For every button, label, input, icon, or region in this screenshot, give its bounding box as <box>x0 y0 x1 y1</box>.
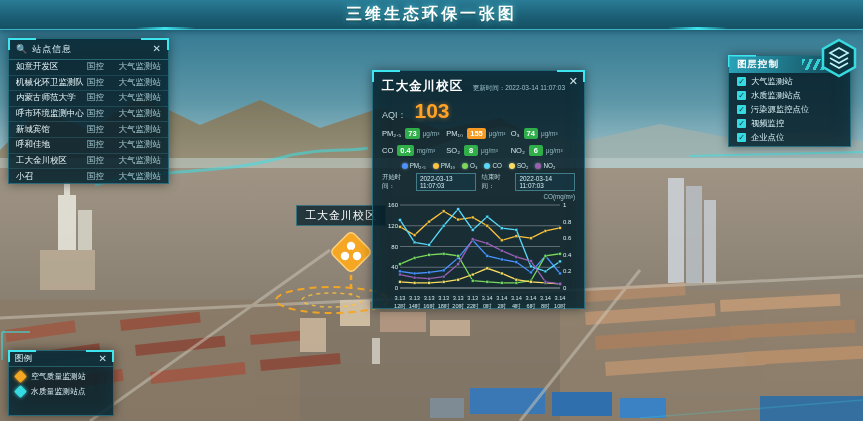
layer-item-pollution[interactable]: ✓污染源监控点位 <box>729 101 850 115</box>
layers-toggle-button[interactable] <box>820 38 858 78</box>
svg-text:1: 1 <box>563 202 567 208</box>
legend-item-co[interactable]: CO <box>484 162 501 169</box>
checkbox-checked-icon[interactable]: ✓ <box>737 105 746 114</box>
close-icon[interactable]: ✕ <box>569 75 578 88</box>
pm25-legend-dot-icon <box>402 163 408 169</box>
aqi-value: 103 <box>415 99 450 123</box>
svg-text:0时: 0时 <box>483 303 492 309</box>
pollutant-unit: mg/m³ <box>417 147 435 154</box>
pollutant-pm25: PM₂.₅ 73 μg/m³ <box>382 128 446 139</box>
start-time-label: 开始时间： <box>382 173 410 191</box>
station-type: 国控 <box>87 108 111 120</box>
station-row[interactable]: 机械化环卫监测队 国控 大气监测站 <box>9 76 168 92</box>
svg-text:3.14: 3.14 <box>525 295 536 301</box>
legend-item-air-station: 空气质量监测站 <box>9 367 113 382</box>
checkbox-checked-icon[interactable]: ✓ <box>737 77 746 86</box>
station-name: 机械化环卫监测队 <box>16 77 87 89</box>
svg-text:0: 0 <box>395 285 399 291</box>
station-type: 国控 <box>87 92 111 104</box>
svg-text:18时: 18时 <box>438 303 450 309</box>
legend-item-pm25[interactable]: PM₂.₅ <box>402 162 426 169</box>
svg-text:3.13: 3.13 <box>467 295 478 301</box>
svg-text:0.4: 0.4 <box>563 252 572 258</box>
pollutant-value-badge: 6 <box>529 145 543 156</box>
legend-item-water-station: 水质量监测站点 <box>9 382 113 397</box>
so2-legend-dot-icon <box>509 163 515 169</box>
header-decor-right <box>667 27 729 30</box>
svg-text:3.13: 3.13 <box>424 295 435 301</box>
svg-text:2时: 2时 <box>497 303 506 309</box>
station-type: 国控 <box>87 61 111 73</box>
aqi-label: AQI： <box>382 109 407 122</box>
station-row[interactable]: 小召 国控 大气监测站 <box>9 169 168 185</box>
station-name: 呼市环境监测中心 <box>16 108 87 120</box>
svg-text:6时: 6时 <box>527 303 536 309</box>
station-type: 国控 <box>87 77 111 89</box>
station-name: 呼和佳地 <box>16 139 87 151</box>
legend-item-label: 水质量监测站点 <box>31 386 86 397</box>
legend-label: PM₂.₅ <box>410 162 426 169</box>
station-row[interactable]: 新城宾馆 国控 大气监测站 <box>9 122 168 138</box>
layer-label: 污染源监控点位 <box>751 104 809 115</box>
station-type: 国控 <box>87 155 111 167</box>
layer-item-water[interactable]: ✓水质监测站点 <box>729 87 850 101</box>
station-row[interactable]: 呼市环境监测中心 国控 大气监测站 <box>9 107 168 123</box>
layer-item-video[interactable]: ✓视频监控 <box>729 115 850 129</box>
update-time-value: 2022-03-14 11:07:03 <box>505 84 565 91</box>
svg-text:8时: 8时 <box>541 303 550 309</box>
start-time-input[interactable]: 2022-03-13 11:07:03 <box>416 173 476 191</box>
chart-legend: PM₂.₅ PM₁₀ O₃ CO SO₂ NO₂ <box>382 162 575 169</box>
svg-text:16时: 16时 <box>423 303 435 309</box>
svg-text:0.6: 0.6 <box>563 235 572 241</box>
popup-header: 工大金川校区 更新时间：2022-03-14 11:07:03 <box>382 78 575 95</box>
search-icon[interactable]: 🔍 <box>16 44 27 54</box>
pollutant-name: NO₂ <box>511 146 525 155</box>
close-icon[interactable]: ✕ <box>153 44 161 54</box>
station-type: 国控 <box>87 124 111 136</box>
o3-legend-dot-icon <box>462 163 468 169</box>
pollutant-value-badge: 73 <box>405 128 419 139</box>
station-category: 大气监测站 <box>111 155 161 167</box>
station-row[interactable]: 工大金川校区 国控 大气监测站 <box>9 154 168 170</box>
pollutant-pm10: PM₁₀ 155 μg/m³ <box>446 128 510 139</box>
pollutant-no2: NO₂ 6 μg/m³ <box>511 145 575 156</box>
svg-text:12时: 12时 <box>394 303 406 309</box>
time-range-row: 开始时间： 2022-03-13 11:07:03 结束时间： 2022-03-… <box>382 173 575 191</box>
popup-update-time: 更新时间：2022-03-14 11:07:03 <box>463 84 565 93</box>
svg-text:3.13: 3.13 <box>409 295 420 301</box>
station-row[interactable]: 内蒙古师范大学 国控 大气监测站 <box>9 91 168 107</box>
layer-label: 企业点位 <box>751 132 784 143</box>
checkbox-checked-icon[interactable]: ✓ <box>737 133 746 142</box>
app-header: 三维生态环保一张图 <box>0 0 863 30</box>
checkbox-checked-icon[interactable]: ✓ <box>737 119 746 128</box>
checkbox-checked-icon[interactable]: ✓ <box>737 91 746 100</box>
svg-text:160: 160 <box>388 202 399 208</box>
legend-item-o3[interactable]: O₃ <box>462 162 477 169</box>
legend-item-label: 空气质量监测站 <box>31 371 86 382</box>
svg-text:3.13: 3.13 <box>438 295 449 301</box>
layer-panel-title: 图层控制 <box>737 58 779 71</box>
popup-title: 工大金川校区 <box>382 78 463 95</box>
svg-text:3.14: 3.14 <box>482 295 493 301</box>
pollutant-name: O₃ <box>511 129 520 138</box>
pollutant-so2: SO₂ 8 μg/m³ <box>446 145 510 156</box>
station-category: 大气监测站 <box>111 108 161 120</box>
legend-item-so2[interactable]: SO₂ <box>509 162 529 169</box>
svg-text:3.13: 3.13 <box>453 295 464 301</box>
water-station-legend-icon <box>14 385 27 398</box>
pm10-legend-dot-icon <box>433 163 439 169</box>
legend-item-pm10[interactable]: PM₁₀ <box>433 162 455 169</box>
right-axis-label: CO(mg/m³) <box>382 193 575 200</box>
pollutant-trend-chart[interactable]: 0408012016000.20.40.60.813.1312时3.1314时3… <box>382 200 577 318</box>
end-time-input[interactable]: 2022-03-14 11:07:03 <box>515 173 575 191</box>
legend-item-no2[interactable]: NO₂ <box>535 162 555 169</box>
station-row[interactable]: 如意开发区 国控 大气监测站 <box>9 60 168 76</box>
svg-text:120: 120 <box>388 223 399 229</box>
pollutant-name: PM₂.₅ <box>382 129 401 138</box>
aqi-row: AQI： 103 <box>382 99 575 123</box>
svg-text:0.2: 0.2 <box>563 268 572 274</box>
co-legend-dot-icon <box>484 163 490 169</box>
layer-item-enterprise[interactable]: ✓企业点位 <box>729 129 850 143</box>
station-row[interactable]: 呼和佳地 国控 大气监测站 <box>9 138 168 154</box>
close-icon[interactable]: ✕ <box>99 354 107 364</box>
